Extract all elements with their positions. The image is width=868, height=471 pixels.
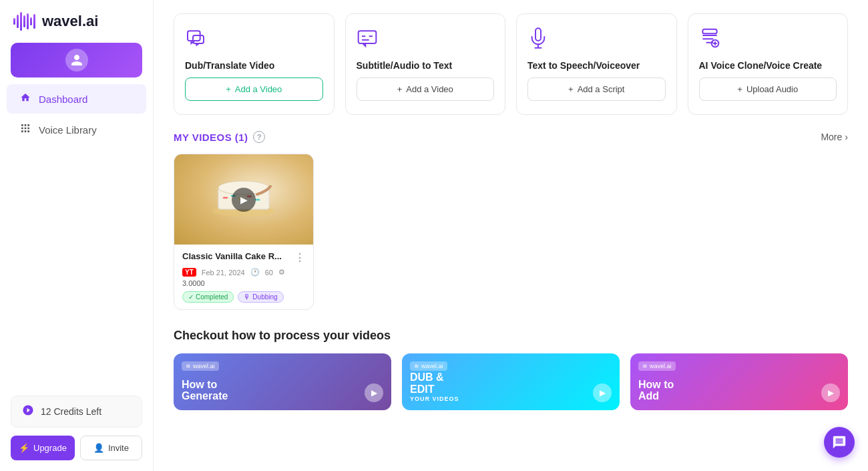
tool-card-title: Dub/Translate Video: [185, 60, 274, 71]
avatar: [65, 49, 88, 71]
svg-rect-1: [193, 35, 204, 43]
video-score: 3.0000: [182, 279, 305, 287]
nav: Dashboard Voice Library: [0, 83, 153, 146]
tutorial-card-3[interactable]: ≋ wavel.ai How toAdd ▶: [630, 353, 848, 410]
sidebar-item-label: Dashboard: [39, 94, 87, 105]
help-icon[interactable]: ?: [253, 131, 265, 143]
video-grid: ▶ Classic Vanilla Cake R... ⋮ YT Feb 21,…: [174, 154, 848, 310]
section-title-my-videos: MY VIDEOS (1) ?: [174, 131, 265, 143]
play-button-overlay[interactable]: ▶: [232, 188, 256, 212]
tool-card-title: Subtitle/Audio to Text: [357, 60, 453, 71]
my-videos-header: MY VIDEOS (1) ? More ›: [174, 131, 848, 143]
more-link[interactable]: More ›: [821, 132, 848, 142]
voice-clone-icon: [699, 27, 720, 53]
tutorial-content-1: ≋ wavel.ai How toGenerate ▶: [174, 353, 391, 410]
tutorial-title: Checkout how to process your videos: [174, 329, 848, 343]
invite-button[interactable]: 👤 Invite: [80, 436, 142, 460]
tag-completed: ✓ Completed: [182, 291, 234, 303]
invite-icon: 👤: [93, 443, 104, 453]
main-content: Dub/Translate Video + Add a Video Subtit…: [154, 0, 868, 471]
tutorial-play-3[interactable]: ▶: [821, 383, 840, 402]
plus-icon: +: [226, 84, 231, 94]
tool-card-btn-dub[interactable]: + Add a Video: [185, 77, 323, 101]
mic-icon: 🎙: [244, 293, 250, 301]
tutorial-play-1[interactable]: ▶: [365, 383, 383, 402]
wavel-badge-1: ≋ wavel.ai: [182, 361, 219, 371]
tool-card-title: Text to Speech/Voiceover: [527, 60, 640, 71]
video-meta: YT Feb 21, 2024 🕐 60 ⚙: [182, 268, 305, 277]
video-title-row: Classic Vanilla Cake R... ⋮: [182, 251, 305, 264]
video-menu-button[interactable]: ⋮: [292, 251, 305, 264]
youtube-badge: YT: [182, 268, 196, 277]
check-icon: ✓: [188, 293, 194, 301]
video-duration: 60: [265, 269, 273, 277]
video-thumbnail: ▶: [174, 154, 313, 245]
tool-card-voice-clone[interactable]: AI Voice Clone/Voice Create + Upload Aud…: [688, 13, 849, 115]
video-date: Feb 21, 2024: [202, 269, 245, 277]
plus-icon: +: [737, 84, 742, 94]
sidebar-actions: ⚡ Upgrade 👤 Invite: [11, 436, 142, 460]
sidebar-item-label: Voice Library: [39, 124, 97, 136]
credits-box[interactable]: 12 Credits Left: [11, 396, 142, 428]
tool-card-btn-subtitle[interactable]: + Add a Video: [357, 77, 495, 101]
logo-container: wavel.ai: [0, 0, 153, 43]
logo-text: wavel.ai: [42, 13, 98, 30]
video-tags: ✓ Completed 🎙 Dubbing: [182, 291, 305, 303]
dub-icon: [185, 27, 206, 53]
wavel-badge-2: ≋ wavel.ai: [410, 361, 447, 371]
svg-rect-2: [358, 31, 376, 43]
tutorial-content-2: ≋ wavel.ai DUB &EDIT YOUR VIDEOS ▶: [402, 353, 620, 410]
tutorial-heading-1: How toGenerate: [182, 379, 383, 402]
sidebar-item-voice-library[interactable]: Voice Library: [7, 115, 146, 144]
chevron-right-icon: ›: [845, 132, 848, 142]
sidebar-bottom: 12 Credits Left ⚡ Upgrade 👤 Invite: [0, 385, 153, 471]
tutorial-card-2[interactable]: ≋ wavel.ai DUB &EDIT YOUR VIDEOS ▶: [402, 353, 620, 410]
credits-icon: [22, 404, 34, 419]
upgrade-button[interactable]: ⚡ Upgrade: [11, 436, 75, 460]
video-card[interactable]: ▶ Classic Vanilla Cake R... ⋮ YT Feb 21,…: [174, 154, 314, 310]
chat-bubble[interactable]: [824, 427, 855, 458]
tutorial-content-3: ≋ wavel.ai How toAdd ▶: [630, 353, 848, 410]
tutorial-card-1[interactable]: ≋ wavel.ai How toGenerate ▶: [174, 353, 391, 410]
tag-dubbing: 🎙 Dubbing: [238, 291, 283, 303]
tutorial-heading-2: DUB &EDIT: [410, 371, 612, 395]
clock-icon: 🕐: [250, 268, 260, 277]
video-title: Classic Vanilla Cake R...: [182, 251, 292, 261]
svg-rect-5: [702, 29, 716, 34]
tool-cards: Dub/Translate Video + Add a Video Subtit…: [174, 13, 848, 115]
tutorial-grid: ≋ wavel.ai How toGenerate ▶ ≋ wavel.ai D…: [174, 353, 848, 410]
tool-card-tts[interactable]: Text to Speech/Voiceover + Add a Script: [516, 13, 677, 115]
tts-icon: [527, 27, 549, 53]
home-icon: [20, 92, 31, 106]
upgrade-icon: ⚡: [19, 443, 29, 453]
tool-card-subtitle[interactable]: Subtitle/Audio to Text + Add a Video: [345, 13, 506, 115]
tool-card-title: AI Voice Clone/Voice Create: [699, 60, 823, 71]
grid-icon: [20, 123, 31, 136]
tool-card-btn-tts[interactable]: + Add a Script: [527, 77, 666, 101]
logo-icon: [13, 12, 35, 31]
tool-card-dub[interactable]: Dub/Translate Video + Add a Video: [174, 13, 335, 115]
subtitle-icon: [357, 27, 378, 53]
plus-icon: +: [397, 84, 403, 94]
tutorial-subtext-2: YOUR VIDEOS: [410, 396, 612, 402]
tutorial-heading-3: How toAdd: [638, 379, 840, 402]
sidebar: wavel.ai Dashboard Voice Library: [0, 0, 154, 471]
tutorial-play-2[interactable]: ▶: [593, 383, 612, 402]
video-info: Classic Vanilla Cake R... ⋮ YT Feb 21, 2…: [174, 245, 313, 309]
sidebar-item-dashboard[interactable]: Dashboard: [7, 84, 146, 114]
avatar-container[interactable]: [11, 43, 142, 77]
credits-label: 12 Credits Left: [41, 406, 101, 417]
wavel-badge-3: ≋ wavel.ai: [638, 361, 676, 371]
settings-icon: ⚙: [278, 268, 285, 277]
tool-card-btn-voice-clone[interactable]: + Upload Audio: [699, 77, 837, 101]
plus-icon: +: [568, 84, 574, 94]
